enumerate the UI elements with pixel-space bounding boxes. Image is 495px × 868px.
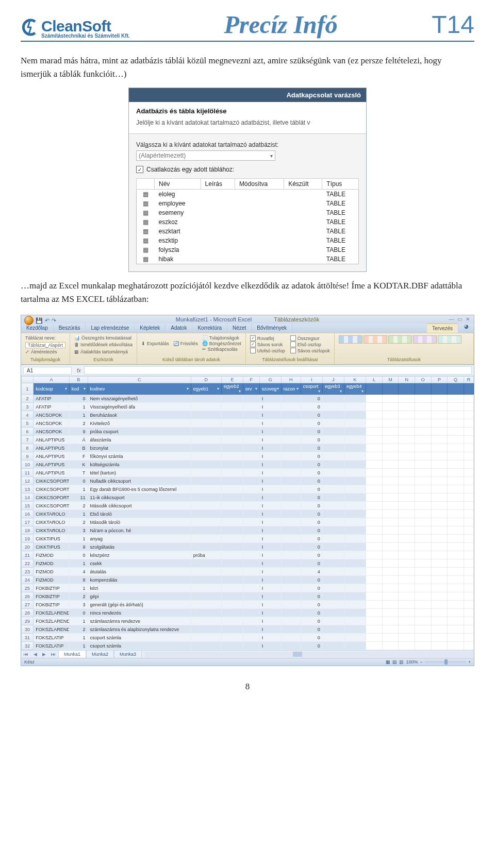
cell[interactable] [322,568,344,576]
cell[interactable] [464,428,473,436]
cell[interactable] [431,493,448,502]
cell[interactable] [366,609,383,617]
cell[interactable] [366,601,383,609]
cell[interactable] [399,617,415,625]
row-header[interactable]: 24 [22,576,34,584]
cell[interactable] [221,502,243,510]
data-row[interactable]: 8ANLAPTIPUSBbizonylatI0 [22,444,474,452]
cell[interactable]: 0 [301,502,322,510]
cell[interactable] [415,419,432,428]
cell[interactable]: 0 [301,642,322,650]
header-cell[interactable]: kodcsop▾ [34,383,70,395]
cell[interactable] [366,403,383,411]
cell[interactable]: CIKKTAROLO [34,518,70,526]
ribbon-tab[interactable]: Adatok [166,324,192,333]
row-header[interactable]: 1 [22,383,34,395]
ribbon-tab[interactable]: Korrektúra [192,324,227,333]
cell[interactable] [344,411,366,419]
cell[interactable] [221,477,243,485]
cell[interactable] [415,551,432,559]
cell[interactable] [464,403,473,411]
cell[interactable] [281,436,301,444]
cell[interactable] [344,444,366,452]
cell[interactable] [382,535,399,543]
cell[interactable] [322,576,344,584]
cell[interactable] [382,411,399,419]
cell[interactable] [431,642,448,650]
cell[interactable] [221,510,243,518]
undo-icon[interactable]: ↶ [45,317,50,324]
row-header[interactable]: 27 [22,601,34,609]
cell[interactable] [399,518,415,526]
cell[interactable] [243,543,260,551]
close-icon[interactable]: ✕ [466,316,471,322]
cell[interactable] [191,535,221,543]
cell[interactable] [431,452,448,461]
cell[interactable] [281,428,301,436]
header-cell[interactable]: egyeb4▾ [344,383,366,395]
cell[interactable]: I [259,551,281,559]
cell[interactable]: 0 [301,543,322,551]
cell[interactable] [431,469,448,477]
cell[interactable] [281,419,301,428]
cell[interactable]: K [69,461,88,469]
cell[interactable] [243,568,260,576]
cell[interactable] [366,625,383,634]
minimize-icon[interactable]: — [449,316,455,322]
cell[interactable]: csoport számla [88,634,191,642]
browser-view-button[interactable]: 🌐 Böngészőnézet [202,341,241,346]
cell[interactable] [464,502,473,510]
cell[interactable]: FIZMOD [34,551,70,559]
cell[interactable] [243,601,260,609]
cell[interactable]: CIKKCSOPORT [34,485,70,493]
cell[interactable] [399,592,415,601]
data-row[interactable]: 24FIZMOD8kompenzálásI0 [22,576,474,584]
col-created[interactable]: Készült [284,179,322,190]
cell[interactable] [366,477,383,485]
cell[interactable]: 8 [69,576,88,584]
cell[interactable] [221,609,243,617]
row-header[interactable]: 3 [22,403,34,411]
row-header[interactable]: 8 [22,444,34,452]
cell[interactable] [221,485,243,493]
cell[interactable]: 0 [301,559,322,568]
cell[interactable]: 0 [301,518,322,526]
cell[interactable]: 4 [301,568,322,576]
data-row[interactable]: 22FIZMOD1csekkI0 [22,559,474,568]
cell[interactable] [366,444,383,452]
cell[interactable] [464,452,473,461]
data-row[interactable]: 32FOKSZLATIP1csoport számlaI0 [22,642,474,650]
cell[interactable] [415,403,432,411]
cell[interactable] [366,568,383,576]
cell[interactable] [221,444,243,452]
cell[interactable]: próba [191,551,221,559]
cell[interactable]: Visszaigényelhető áfa [88,403,191,411]
cell[interactable] [464,469,473,477]
cell[interactable]: 1 [69,403,88,411]
cell[interactable] [399,502,415,510]
cell[interactable] [399,395,415,403]
cell[interactable] [221,452,243,461]
cell[interactable]: 2 [69,592,88,601]
cell[interactable] [415,592,432,601]
cell[interactable]: 0 [301,452,322,461]
cell[interactable] [221,461,243,469]
cell[interactable] [221,526,243,535]
column-header[interactable]: H [281,377,301,383]
data-row[interactable]: 17CIKKTAROLO2Második tárolóI0 [22,518,474,526]
cell[interactable] [322,469,344,477]
column-header[interactable]: E [221,377,243,383]
cell[interactable]: FOKBIZTIP [34,584,70,592]
cell[interactable] [322,493,344,502]
zoom-in-icon[interactable]: + [468,659,471,665]
fx-icon[interactable]: fx [74,368,84,373]
cell[interactable]: csekk [88,559,191,568]
cell[interactable]: I [259,419,281,428]
table-style-swatch[interactable] [364,335,387,344]
cell[interactable]: ANLAPTIPUS [34,436,70,444]
cell[interactable] [322,634,344,642]
cell[interactable] [191,601,221,609]
cell[interactable] [322,411,344,419]
cell[interactable]: I [259,485,281,493]
cell[interactable]: FOKSZLAREND [34,625,70,634]
